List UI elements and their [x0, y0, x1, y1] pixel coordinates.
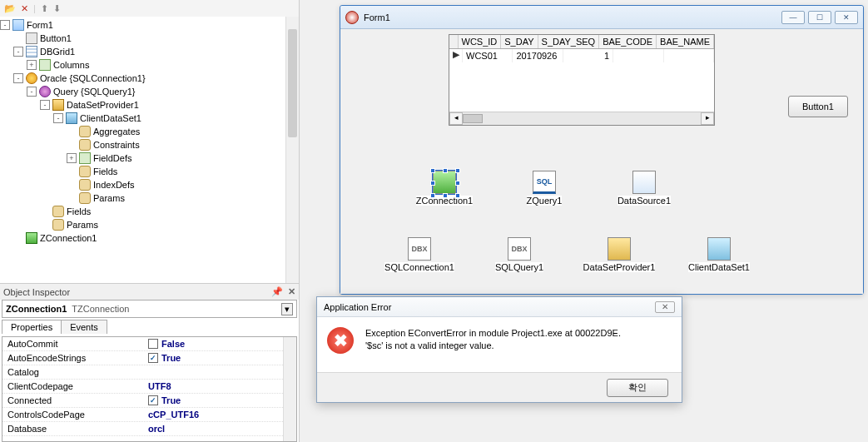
open-icon[interactable]: 📂: [4, 3, 16, 14]
tree-label: Fields: [67, 206, 91, 216]
tree-icon: [26, 32, 37, 44]
up-icon[interactable]: ⬆: [41, 3, 48, 14]
checkbox-icon[interactable]: ✓: [148, 353, 158, 363]
tree-expander[interactable]: -: [13, 73, 23, 83]
tree-icon: [79, 166, 91, 177]
tree-scrollbar[interactable]: [285, 17, 299, 283]
tree-expander[interactable]: +: [27, 60, 37, 70]
grid-cell[interactable]: 1: [563, 49, 613, 62]
prop-row[interactable]: ClientCodepageUTF8: [2, 380, 296, 394]
maximize-button[interactable]: ☐: [808, 11, 831, 24]
minimize-button[interactable]: —: [781, 11, 805, 24]
component-label: DataSetProvider1: [583, 262, 656, 272]
tree-icon: [79, 152, 91, 164]
component-datasetprovider1[interactable]: DataSetProvider1: [582, 237, 657, 272]
inspector-title: Object Inspector: [3, 287, 271, 297]
inspector-object-selector[interactable]: ZConnection1 TZConnection ▾: [2, 300, 297, 318]
tree-item[interactable]: +FieldDefs: [0, 151, 299, 165]
tree-expander[interactable]: -: [53, 113, 63, 123]
component-sqlconnection1[interactable]: SQLConnection1: [382, 237, 457, 272]
tree-expander[interactable]: -: [0, 20, 10, 30]
row-indicator-icon: ▶: [449, 49, 463, 62]
tree-label: Columns: [53, 60, 89, 70]
tree-icon: [39, 59, 51, 71]
component-sqlquery1[interactable]: SQLQuery1: [482, 237, 557, 272]
tree-label: FieldDefs: [93, 153, 131, 163]
tree-item[interactable]: -DBGrid1: [0, 45, 299, 58]
tree-item[interactable]: Aggregates: [0, 125, 299, 138]
tree-item[interactable]: ZConnection1: [0, 231, 299, 245]
tree-label: Params: [67, 220, 98, 230]
ok-button[interactable]: 확인: [607, 379, 668, 397]
tree-label: IndexDefs: [93, 180, 135, 190]
tree-expander[interactable]: -: [27, 87, 37, 97]
tab-properties[interactable]: Properties: [2, 320, 62, 334]
prop-row[interactable]: ControlsCodePagecCP_UTF16: [2, 408, 296, 422]
tree-icon: [26, 46, 37, 57]
dbgrid[interactable]: WCS_IDS_DAYS_DAY_SEQBAE_CODEBAE_NAME ▶WC…: [449, 34, 715, 126]
props-scrollbar[interactable]: [283, 337, 296, 441]
component-zconnection1[interactable]: ZConnection1: [407, 171, 482, 206]
grid-hscrollbar[interactable]: ◂▸: [449, 112, 714, 125]
component-clientdataset1[interactable]: ClientDataSet1: [682, 237, 756, 272]
form-designer[interactable]: Form1 — ☐ ✕ WCS_IDS_DAYS_DAY_SEQBAE_CODE…: [340, 5, 864, 295]
tree-label: Fields: [93, 166, 117, 176]
tree-label: Constraints: [93, 140, 140, 150]
grid-cell[interactable]: 20170926: [513, 49, 563, 62]
checkbox-icon[interactable]: ✓: [148, 395, 158, 405]
prop-row[interactable]: AutoCommitFalse: [2, 337, 296, 351]
delete-icon[interactable]: ✕: [21, 3, 28, 14]
dialog-title: Application Error: [324, 302, 391, 312]
grid-column-header[interactable]: WCS_ID: [459, 35, 502, 48]
tab-events[interactable]: Events: [61, 320, 107, 334]
grid-cell[interactable]: [613, 49, 663, 62]
tree-item[interactable]: -Oracle {SQLConnection1}: [0, 72, 299, 85]
dialog-close-icon[interactable]: ✕: [655, 301, 675, 313]
tree-item[interactable]: IndexDefs: [0, 178, 299, 191]
component-datasource1[interactable]: DataSource1: [607, 171, 682, 206]
button1[interactable]: Button1: [788, 96, 848, 117]
prop-row[interactable]: Connected✓True: [2, 394, 296, 408]
component-icon: [433, 171, 456, 194]
component-label: DataSource1: [618, 196, 671, 206]
prop-row[interactable]: AutoEncodeStrings✓True: [2, 351, 296, 365]
tree-expander[interactable]: -: [13, 47, 23, 57]
tree-item[interactable]: Params: [0, 218, 299, 231]
tree-item[interactable]: Fields: [0, 205, 299, 218]
tree-icon: [66, 112, 77, 124]
grid-column-header[interactable]: S_DAY: [501, 35, 538, 48]
grid-column-header[interactable]: S_DAY_SEQ: [538, 35, 600, 48]
tree-item[interactable]: -Query {SQLQuery1}: [0, 85, 299, 98]
component-icon: [707, 237, 731, 261]
grid-column-header[interactable]: BAE_CODE: [599, 35, 657, 48]
close-button[interactable]: ✕: [835, 11, 858, 24]
tree-label: Button1: [40, 33, 72, 43]
tree-item[interactable]: +Columns: [0, 58, 299, 72]
tree-item[interactable]: -Form1: [0, 18, 299, 32]
prop-row[interactable]: Catalog: [2, 365, 296, 380]
component-zquery1[interactable]: ZQuery1: [507, 171, 582, 206]
grid-cell[interactable]: [664, 49, 714, 62]
grid-row[interactable]: ▶WCS01201709261: [449, 49, 714, 62]
tree-item[interactable]: Params: [0, 191, 299, 205]
prop-row[interactable]: Databaseorcl: [2, 422, 296, 436]
form-title: Form1: [364, 12, 390, 22]
grid-cell[interactable]: WCS01: [463, 49, 513, 62]
chevron-down-icon[interactable]: ▾: [281, 303, 293, 315]
checkbox-icon[interactable]: [148, 339, 158, 349]
tree-icon: [26, 232, 37, 244]
grid-column-header[interactable]: BAE_NAME: [657, 35, 714, 48]
pin-icon[interactable]: 📌: [271, 286, 283, 297]
tree-item[interactable]: Button1: [0, 32, 299, 45]
tree-icon: [79, 126, 91, 137]
tree-item[interactable]: -ClientDataSet1: [0, 112, 299, 125]
tree-item[interactable]: Constraints: [0, 138, 299, 151]
tree-expander[interactable]: +: [67, 153, 77, 163]
tree-item[interactable]: Fields: [0, 165, 299, 178]
tree-item[interactable]: -DataSetProvider1: [0, 98, 299, 112]
close-icon[interactable]: ✕: [288, 286, 295, 297]
down-icon[interactable]: ⬇: [53, 3, 61, 14]
tree-expander[interactable]: -: [40, 100, 50, 110]
component-icon: [632, 171, 656, 194]
tree-label: Aggregates: [93, 127, 140, 137]
